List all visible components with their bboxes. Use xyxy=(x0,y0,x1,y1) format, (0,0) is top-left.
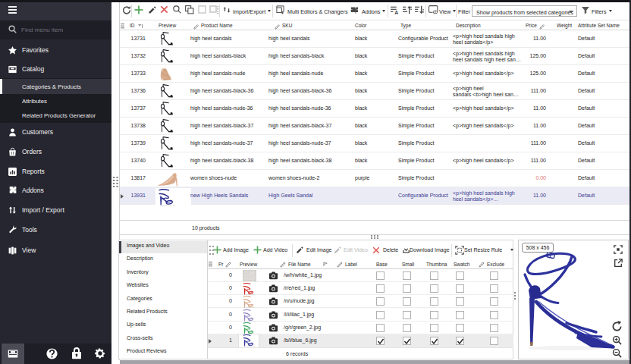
svg-text:A: A xyxy=(394,10,398,14)
